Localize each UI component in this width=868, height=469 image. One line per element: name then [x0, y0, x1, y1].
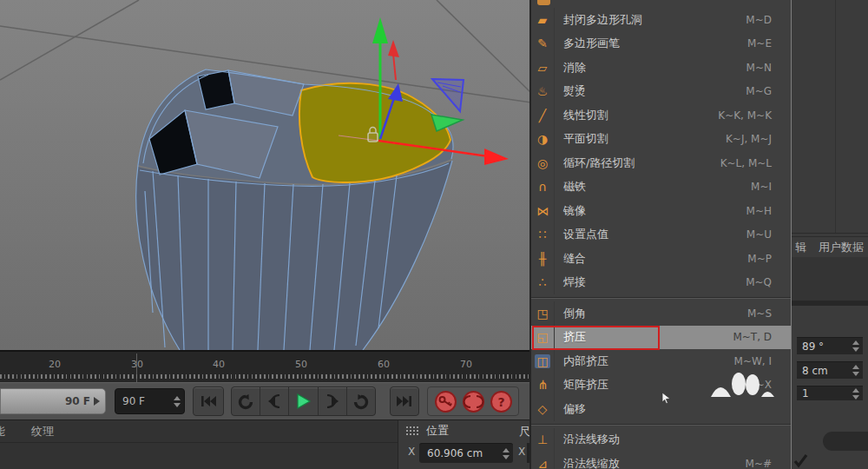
next-key-button[interactable]	[347, 387, 375, 415]
position-x-value: 60.906 cm	[427, 447, 483, 459]
size-x-label: X	[518, 446, 525, 458]
go-to-end-button[interactable]	[390, 386, 419, 416]
position-x-stepper[interactable]	[503, 448, 510, 459]
panel-divider	[792, 233, 868, 234]
menu-item-mirror[interactable]: ⋈ 镜像 M~H	[531, 199, 791, 223]
current-frame-field[interactable]: 90 F	[115, 388, 185, 414]
x-label: X	[408, 446, 415, 458]
length-field[interactable]: 8 cm	[797, 361, 863, 379]
previous-key-button[interactable]	[232, 387, 260, 415]
angle-stepper[interactable]	[852, 340, 859, 352]
attributes-panel: 辑 用户数据 89 ° 8 cm 1	[792, 0, 868, 469]
menu-item-partial[interactable]	[531, 0, 791, 8]
dissolve-icon: ▱	[531, 56, 555, 80]
frame-stepper[interactable]	[174, 396, 181, 407]
timeline-ruler[interactable]: 20 30 40 50 60 70	[0, 350, 531, 382]
menu-item-dissolve[interactable]: ▱ 消除 M~N	[531, 56, 791, 80]
extrude-inner-icon: ◫	[535, 354, 549, 368]
record-button-group: ?	[427, 386, 519, 416]
next-frame-button[interactable]	[319, 387, 347, 415]
ruler-tick-label: 40	[213, 359, 225, 370]
menu-item-bevel[interactable]: ◳ 倒角 M~S	[531, 301, 791, 326]
tab-user-data[interactable]: 用户数据	[819, 240, 864, 255]
ruler-tick-label: 30	[131, 359, 143, 370]
viewport-3d[interactable]	[0, 0, 531, 350]
set-point-value-icon: ∷	[531, 223, 555, 248]
plane-cut-icon: ◑	[531, 128, 555, 152]
go-to-start-icon	[200, 394, 217, 408]
count-field[interactable]: 1	[797, 386, 863, 400]
ruler-tick-label: 20	[49, 359, 61, 370]
playback-button-group	[231, 386, 376, 416]
menu-item-plane-cut[interactable]: ◑ 平面切割 K~J, M~J	[531, 128, 791, 152]
app-window: 20 30 40 50 60 70 90 F 90 F	[0, 0, 868, 469]
menu-item-close-polygon-hole[interactable]: ▰ 封闭多边形孔洞 M~D	[531, 8, 791, 32]
record-state-button[interactable]	[462, 390, 485, 413]
panel-section	[792, 257, 868, 301]
attribute-tabs: 辑 用户数据	[792, 238, 868, 257]
close-polygon-hole-icon: ▰	[531, 8, 555, 32]
menu-item-iron[interactable]: ♨ 熨烫 M~G	[531, 80, 791, 104]
tab-clipped[interactable]: 能	[0, 424, 5, 439]
mesh-context-menu: ▰ 封闭多边形孔洞 M~D ✎ 多边形画笔 M~E ▱ 消除 M~N ♨ 熨烫 …	[529, 0, 792, 469]
play-icon	[295, 393, 312, 409]
extrude-icon: ◱	[531, 326, 555, 350]
menu-item-loop-path-cut[interactable]: ◎ 循环/路径切割 K~L, M~L	[531, 151, 791, 175]
play-button[interactable]	[289, 387, 318, 415]
position-grid-icon	[405, 426, 420, 436]
previous-key-icon	[237, 393, 254, 410]
menu-item-weld[interactable]: ∴ 焊接 M~Q	[531, 271, 791, 295]
smooth-shift-icon: ◇	[531, 397, 555, 421]
angle-field[interactable]: 89 °	[797, 337, 863, 354]
move-normal-icon: ⊥	[531, 428, 555, 452]
previous-frame-button[interactable]	[260, 387, 289, 415]
next-frame-icon	[323, 394, 342, 408]
menu-item-magnet[interactable]: ∩ 磁铁 M~I	[531, 175, 791, 200]
menu-item-extrude[interactable]: ◱ 挤压 M~T, D	[531, 326, 791, 350]
position-x-field[interactable]: 60.906 cm	[419, 443, 513, 463]
frame-value: 90 F	[122, 395, 145, 407]
previous-frame-icon	[265, 394, 284, 408]
angle-value: 89 °	[802, 340, 824, 353]
menu-item-set-point-value[interactable]: ∷ 设置点值 M~U	[531, 223, 791, 248]
ruler-tick-label: 50	[295, 359, 307, 370]
scale-normal-icon: ⊿	[531, 452, 555, 469]
menu-item-polygon-pen[interactable]: ✎ 多边形画笔 M~E	[531, 32, 791, 56]
menu-item-stitch-sew[interactable]: ╫ 缝合 M~P	[531, 247, 791, 271]
ruler-tick-label: 70	[460, 359, 472, 370]
material-tabs: 能 纹理	[0, 420, 398, 443]
length-stepper[interactable]	[852, 365, 859, 376]
button-partial[interactable]	[823, 432, 868, 451]
checkmark-icon	[793, 454, 808, 468]
iron-icon: ♨	[531, 80, 555, 104]
next-key-icon	[352, 393, 370, 410]
loop-path-cut-icon: ◎	[531, 151, 555, 175]
ruler-tick-marks	[0, 374, 531, 379]
transport-bar: 90 F 90 F	[0, 382, 531, 419]
stitch-sew-icon: ╫	[531, 247, 555, 271]
menu-item-scale-normal[interactable]: ⊿ 沿法线缩放 M~#	[531, 452, 791, 469]
panel-divider	[792, 301, 868, 306]
question-mark-icon: ?	[497, 395, 504, 409]
magnet-icon: ∩	[531, 175, 555, 200]
touch-indicator-blobs	[709, 369, 780, 400]
timeline-range-slider[interactable]: 90 F	[0, 388, 106, 414]
go-to-start-button[interactable]	[193, 386, 224, 416]
matrix-extrude-icon: ⋔	[531, 373, 555, 398]
help-button[interactable]: ?	[490, 390, 513, 413]
count-stepper[interactable]	[852, 388, 859, 400]
menu-item-line-cut[interactable]: ╱ 线性切割 K~K, M~K	[531, 103, 791, 128]
panel-divider	[792, 236, 868, 237]
length-value: 8 cm	[802, 365, 828, 377]
line-cut-icon: ╱	[531, 103, 555, 128]
range-end-label: 90 F	[65, 395, 90, 407]
mouse-cursor	[661, 392, 672, 404]
coordinates-panel: 位置 尺寸 X 60.906 cm X 1	[398, 419, 531, 469]
tab-texture[interactable]: 纹理	[31, 424, 54, 439]
go-to-end-icon	[396, 394, 413, 408]
bevel-icon: ◳	[531, 301, 555, 326]
position-header: 位置	[426, 423, 449, 439]
menu-item-move-normal[interactable]: ⊥ 沿法线移动	[531, 428, 791, 452]
tab-edit-clipped[interactable]: 辑	[795, 240, 806, 255]
record-key-button[interactable]	[434, 390, 457, 413]
